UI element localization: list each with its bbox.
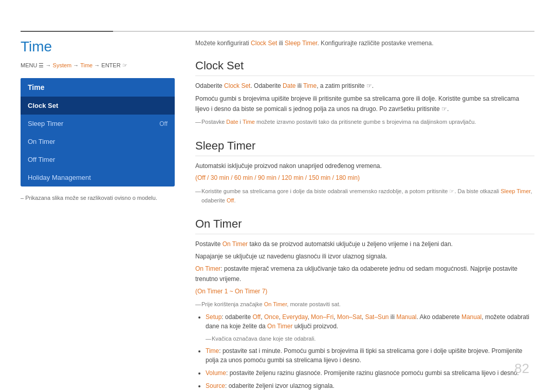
page-title: Time (21, 39, 175, 55)
intro-sleep-timer: Sleep Timer (285, 40, 317, 47)
menu-item-holiday-management-label: Holiday Management (28, 174, 91, 181)
bullet-setup-note: Kvačica označava dane koje ste odabrali. (206, 334, 534, 343)
left-panel-note: – Prikazana slika može se razlikovati ov… (21, 195, 175, 201)
section-title-on-timer: On Timer (195, 217, 534, 234)
breadcrumb-time: Time (80, 62, 92, 68)
intro-text: Možete konfigurirati Clock Set ili Sleep… (195, 39, 534, 48)
menu-box: Time Clock Set Sleep Timer Off On Timer … (21, 78, 175, 186)
menu-item-holiday-management[interactable]: Holiday Management (21, 169, 175, 186)
on-timer-note: Prije korištenja značajke On Timer, mora… (195, 300, 534, 309)
section-on-timer: On Timer Postavite On Timer tako da se p… (195, 217, 534, 390)
breadcrumb-prefix: MENU ☰ → (21, 62, 53, 68)
menu-item-clock-set[interactable]: Clock Set (21, 97, 175, 115)
breadcrumb-sep1: → (71, 62, 80, 68)
on-timer-options: (On Timer 1 ~ On Timer 7) (195, 287, 534, 297)
section-title-sleep-timer: Sleep Timer (195, 139, 534, 156)
section-title-clock-set: Clock Set (195, 59, 534, 76)
left-panel: Time MENU ☰ → System → Time → ENTER ☞ Ti… (21, 39, 175, 201)
breadcrumb: MENU ☰ → System → Time → ENTER ☞ (21, 62, 175, 69)
menu-item-sleep-timer-label: Sleep Timer (28, 120, 63, 127)
section-body-on-timer: Postavite On Timer tako da se proizvod a… (195, 239, 534, 390)
bullet-source: Source: odaberite željeni izvor ulaznog … (206, 381, 534, 391)
bullet-time: Time: postavite sat i minute. Pomoću gum… (206, 346, 534, 365)
menu-item-on-timer-label: On Timer (28, 138, 55, 145)
right-panel: Možete konfigurirati Clock Set ili Sleep… (195, 39, 534, 392)
page-number: 82 (514, 361, 529, 377)
menu-header: Time (21, 78, 175, 97)
breadcrumb-system: System (53, 62, 72, 68)
menu-item-sleep-timer[interactable]: Sleep Timer Off (21, 115, 175, 133)
sleep-timer-note: Koristite gumbe sa strelicama gore i dol… (195, 186, 534, 205)
sleep-timer-options: (Off / 30 min / 60 min / 90 min / 120 mi… (195, 173, 534, 183)
menu-item-clock-set-label: Clock Set (28, 102, 58, 109)
section-body-sleep-timer: Automatski isključuje proizvod nakon una… (195, 161, 534, 206)
on-timer-bullet-list: Setup: odaberite Off, Once, Everyday, Mo… (195, 312, 534, 391)
menu-item-on-timer[interactable]: On Timer (21, 133, 175, 151)
menu-item-sleep-timer-value: Off (159, 120, 168, 127)
breadcrumb-sep2: → ENTER ☞ (92, 62, 127, 68)
bullet-setup: Setup: odaberite Off, Once, Everyday, Mo… (206, 312, 534, 343)
section-clock-set: Clock Set Odaberite Clock Set. Odaberite… (195, 59, 534, 127)
bullet-volume: Volume: postavite željenu razinu glasnoć… (206, 368, 534, 378)
section-body-clock-set: Odaberite Clock Set. Odaberite Date ili … (195, 81, 534, 127)
menu-item-off-timer-label: Off Timer (28, 156, 55, 163)
top-line-accent (21, 31, 113, 32)
clock-set-note: Postavke Date i Time možete izravno post… (195, 117, 534, 126)
menu-item-off-timer[interactable]: Off Timer (21, 151, 175, 169)
intro-clock-set: Clock Set (251, 40, 277, 47)
section-sleep-timer: Sleep Timer Automatski isključuje proizv… (195, 139, 534, 206)
